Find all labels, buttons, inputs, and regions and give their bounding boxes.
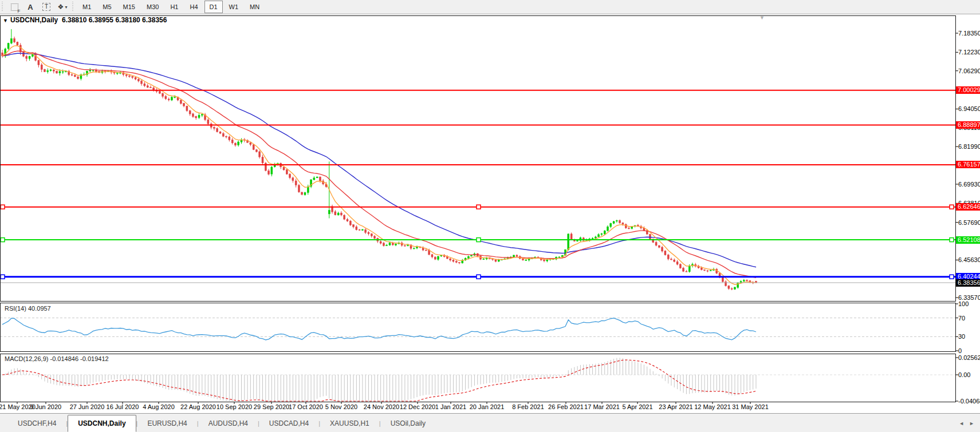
candle-body [340, 213, 342, 215]
candle-body [292, 178, 294, 181]
candle-body [513, 255, 515, 257]
candle-body [467, 256, 469, 258]
rsi-axis-label: 70 [958, 315, 965, 322]
chart-symbol-label: USDCNH,Daily [10, 16, 58, 24]
candle-body [686, 271, 687, 272]
candle-body [165, 96, 167, 98]
timeframe-button-d1[interactable]: D1 [204, 1, 223, 13]
candle-body [337, 213, 339, 215]
line-selection-handle[interactable] [950, 205, 954, 209]
candle-body [568, 234, 569, 250]
tabs-scroll-left-icon[interactable]: ◄ [959, 421, 964, 426]
line-selection-handle[interactable] [950, 275, 954, 279]
candle-body [174, 97, 176, 98]
candle-body [41, 65, 42, 69]
candle-body [149, 88, 151, 88]
tabs-scroll-right-icon[interactable]: ► [969, 421, 974, 426]
candle-body [295, 181, 297, 185]
toolbar-grip[interactable] [72, 2, 75, 12]
chart-tab-xauusd-h1[interactable]: XAUUSD,H1 [320, 417, 379, 430]
timeframe-button-m30[interactable]: M30 [141, 1, 164, 13]
price-axis-label: 7.06290 [958, 68, 980, 75]
candle-body [144, 84, 145, 86]
symbol-collapse-icon[interactable]: ▼ [3, 18, 8, 23]
chart-canvas[interactable] [0, 0, 980, 413]
line-selection-handle[interactable] [1, 275, 5, 279]
chart-tab-audusd-h4[interactable]: AUDUSD,H4 [199, 417, 258, 430]
timeframe-button-m15[interactable]: M15 [118, 1, 140, 13]
candle-body [313, 178, 315, 180]
timeframe-button-m5[interactable]: M5 [97, 1, 116, 13]
chart-tab-eurusd-h4[interactable]: EURUSD,H4 [137, 417, 196, 430]
candle-body [746, 280, 748, 281]
timeframe-button-h4[interactable]: H4 [184, 1, 203, 13]
date-axis-label: 10 Sep 2020 [213, 403, 255, 410]
candle-body [183, 104, 185, 106]
macd-main-value: -0.014846 [50, 355, 78, 362]
text-tool-button[interactable]: T [39, 1, 54, 13]
candle-body [207, 120, 209, 124]
timeframe-button-w1[interactable]: W1 [224, 1, 244, 13]
date-axis-label: 23 Apr 2021 [655, 403, 697, 410]
arrow-tool-button[interactable]: A [23, 1, 38, 13]
candle-body [137, 79, 139, 81]
objects-menu-button[interactable]: ❖ ▾ [55, 1, 70, 13]
candle-body [383, 243, 384, 246]
toolbar-grip[interactable] [2, 2, 5, 12]
chart-tabs: USDCHF,H4|USDCNH,Daily|EURUSD,H4|AUDUSD,… [8, 415, 435, 432]
timeframe-button-m1[interactable]: M1 [77, 1, 96, 13]
line-selection-handle[interactable] [950, 238, 954, 242]
chart-tab-usdchf-h4[interactable]: USDCHF,H4 [8, 417, 66, 430]
candle-body [622, 223, 624, 224]
candle-body [416, 247, 418, 248]
candle-body [180, 100, 182, 104]
dropdown-caret-icon: ▾ [65, 5, 67, 10]
candle-body [231, 140, 233, 142]
line-selection-handle[interactable] [477, 275, 481, 279]
candle-body [700, 268, 702, 269]
timeframe-button-h1[interactable]: H1 [165, 1, 183, 13]
letter-a-icon: A [27, 3, 33, 11]
candle-body [607, 227, 609, 231]
candle-body [238, 142, 239, 145]
chart-tab-usdcnh-daily[interactable]: USDCNH,Daily [68, 415, 136, 432]
candle-body [44, 69, 45, 72]
candle-body [604, 231, 605, 234]
candle-body [195, 117, 197, 118]
candle-body [613, 221, 615, 223]
candle-body [438, 256, 439, 259]
candle-body [359, 229, 360, 230]
candle-body [371, 234, 372, 236]
candle-body [734, 287, 735, 290]
candle-body [704, 270, 706, 271]
candle-body [450, 259, 451, 260]
candle-body [74, 75, 76, 77]
timeframe-button-mn[interactable]: MN [245, 1, 265, 13]
line-price-tag: 6.88897 [956, 121, 980, 129]
candle-body [628, 228, 629, 229]
price-axis-label: 7.18350 [958, 30, 980, 37]
line-selection-handle[interactable] [477, 238, 481, 242]
line-selection-handle[interactable] [1, 238, 5, 242]
crosshair-grid-icon[interactable]: F [7, 1, 22, 13]
candle-body [259, 152, 261, 157]
candle-body [725, 282, 727, 286]
candle-body [431, 255, 433, 257]
candle-body [434, 257, 436, 259]
candle-body [77, 77, 79, 78]
candle-body [7, 43, 9, 49]
candle-body [395, 244, 397, 245]
line-selection-handle[interactable] [1, 205, 5, 209]
chart-tab-usdcad-h4[interactable]: USDCAD,H4 [259, 417, 318, 430]
chart-tab-usoil-daily[interactable]: USOil,Daily [381, 417, 435, 430]
candle-body [365, 229, 367, 232]
candle-body [595, 237, 596, 238]
candle-body [522, 259, 524, 260]
candle-body [217, 129, 218, 132]
chart-shift-marker[interactable]: ▼ [759, 15, 765, 21]
candle-body [471, 255, 473, 256]
candle-body [577, 240, 578, 241]
line-price-tag: 6.62646 [956, 203, 980, 211]
macd-indicator-label: MACD(12,26,9) -0.014846 -0.019412 [5, 355, 109, 362]
line-selection-handle[interactable] [477, 205, 481, 209]
